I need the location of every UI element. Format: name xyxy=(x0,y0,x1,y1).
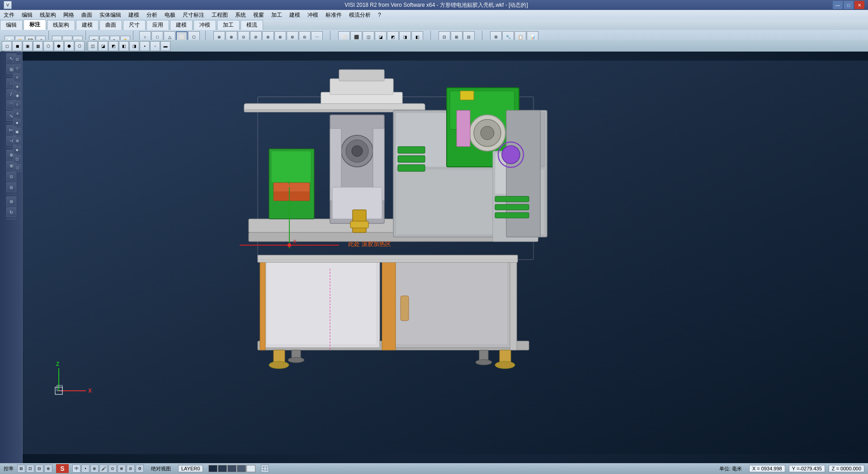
menu-edit[interactable]: 编辑 xyxy=(18,10,36,20)
ime-icon-1[interactable]: 中 xyxy=(72,465,80,473)
tb2-btn-14[interactable]: ▪ xyxy=(140,41,150,51)
filter-button[interactable]: ▽ xyxy=(13,64,21,72)
display-button[interactable]: ◉ xyxy=(13,91,21,100)
tab-dimension[interactable]: 尺寸 xyxy=(123,20,146,30)
tab-apply[interactable]: 应用 xyxy=(146,20,169,30)
tb2-btn-6[interactable]: ⬢ xyxy=(54,41,64,51)
menu-die[interactable]: 冲模 xyxy=(304,10,322,20)
status-icon-2[interactable]: ⊡ xyxy=(26,465,34,473)
swatch-2[interactable] xyxy=(218,465,227,472)
move-button[interactable]: ⊘ xyxy=(6,182,16,192)
ime-icon-6[interactable]: ⊗ xyxy=(118,465,126,473)
tab-model[interactable]: 建模 xyxy=(170,20,193,30)
menu-modeling[interactable]: 建模 xyxy=(286,10,304,20)
menu-wireframe[interactable]: 线架构 xyxy=(36,10,60,20)
svg-point-53 xyxy=(269,361,289,369)
material-button[interactable]: ■ xyxy=(13,118,21,127)
tb2-btn-16[interactable]: ▬ xyxy=(160,41,170,51)
solid-button[interactable]: ■ xyxy=(13,146,21,154)
edge-button[interactable]: ⬡ xyxy=(13,164,21,172)
svg-point-68 xyxy=(502,146,520,164)
close-button[interactable]: ✕ xyxy=(854,1,864,9)
tb2-btn-12[interactable]: ◧ xyxy=(119,41,129,51)
layer-button[interactable]: ≡ xyxy=(13,73,21,81)
svg-rect-44 xyxy=(460,91,474,100)
minimize-button[interactable]: — xyxy=(833,1,843,9)
swatch-3[interactable] xyxy=(227,465,236,472)
menu-view[interactable]: 视窗 xyxy=(250,10,268,20)
render-button[interactable]: ◊ xyxy=(13,100,21,109)
tb2-btn-10[interactable]: ◪ xyxy=(98,41,108,51)
tb2-btn-1[interactable]: ◻ xyxy=(2,41,12,51)
menu-surface[interactable]: 曲面 xyxy=(78,10,96,20)
menu-dimension[interactable]: 尺寸标注 xyxy=(179,10,208,20)
light-button[interactable]: ☀ xyxy=(13,109,21,118)
tb2-btn-7[interactable]: ⬣ xyxy=(64,41,74,51)
tabbar: 编辑 标注 线架构 建模 曲面 尺寸 应用 建模 冲模 加工 模流 xyxy=(0,20,868,30)
tab-moldflow[interactable]: 模流 xyxy=(241,20,263,30)
menu-standard[interactable]: 标准件 xyxy=(322,10,345,20)
tab-wireframe[interactable]: 线架构 xyxy=(47,20,75,30)
copy-button[interactable]: ⊙ xyxy=(6,171,16,181)
status-icon-1[interactable]: ⊞ xyxy=(17,465,25,473)
status-icon-4[interactable]: ⊕ xyxy=(44,465,52,473)
titlebar: V VISI 2018 R2 from Vero Software x64 - … xyxy=(0,0,868,10)
tb2-btn-9[interactable]: ◫ xyxy=(88,41,98,51)
color-swatches xyxy=(208,465,255,472)
svg-text:X: X xyxy=(293,239,297,245)
tab-machining[interactable]: 加工 xyxy=(217,20,240,30)
3d-viewport[interactable]: 此处 滚胶加热区 X Y xyxy=(23,52,868,463)
svg-rect-9 xyxy=(510,260,517,350)
menu-analysis[interactable]: 分析 xyxy=(143,10,161,20)
svg-point-55 xyxy=(288,357,304,363)
svg-rect-3 xyxy=(267,262,377,345)
tb2-btn-2[interactable]: ◼ xyxy=(12,41,22,51)
menu-moldflow[interactable]: 模流分析 xyxy=(345,10,374,20)
tb2-btn-5[interactable]: ⬡ xyxy=(43,41,53,51)
fullscreen-icon[interactable]: ⛶ xyxy=(261,465,269,473)
left-toolbar: ↖ ⊞ · / ⌒ ∿ ⊢ ⊣ ⊕ ⊗ ⊙ ⊘ ⊚ ↻ ⊡ ▽ ≡ ◈ ◉ ◊ … xyxy=(0,52,23,463)
texture-button[interactable]: ▣ xyxy=(13,128,21,136)
menu-machining[interactable]: 加工 xyxy=(268,10,286,20)
svg-text:Z: Z xyxy=(56,361,59,367)
tab-annotation[interactable]: 标注 xyxy=(24,19,46,30)
surface-btn[interactable]: ◫ xyxy=(13,155,21,163)
menu-solidedit[interactable]: 实体编辑 xyxy=(96,10,125,20)
ime-icon-5[interactable]: ⊙ xyxy=(108,465,117,473)
revolve-button[interactable]: ↻ xyxy=(6,207,16,217)
extrude-button[interactable]: ⊚ xyxy=(6,196,16,206)
tb2-btn-11[interactable]: ◩ xyxy=(108,41,118,51)
wire-button[interactable]: ⊞ xyxy=(13,137,21,145)
tab-edit[interactable]: 编辑 xyxy=(0,20,23,30)
ime-icon-4[interactable]: 🎤 xyxy=(99,465,108,473)
tab-surface[interactable]: 曲面 xyxy=(99,20,122,30)
tab-build[interactable]: 建模 xyxy=(76,20,99,30)
snap-button[interactable]: ⊡ xyxy=(13,55,21,63)
ime-icon-7[interactable]: ⊘ xyxy=(127,465,135,473)
svg-rect-38 xyxy=(398,165,425,171)
swatch-4[interactable] xyxy=(237,465,246,472)
menu-build[interactable]: 建模 xyxy=(125,10,143,20)
tb2-btn-15[interactable]: ▫ xyxy=(150,41,160,51)
ime-icon-8[interactable]: ⚙ xyxy=(136,465,144,473)
menu-system[interactable]: 系统 xyxy=(231,10,250,20)
swatch-5[interactable] xyxy=(246,465,255,472)
svg-rect-37 xyxy=(398,156,425,162)
tb2-btn-4[interactable]: ▦ xyxy=(33,41,43,51)
ime-icon-3[interactable]: ⊕ xyxy=(90,465,99,473)
tb2-btn-13[interactable]: ◨ xyxy=(129,41,139,51)
menu-drawing[interactable]: 工程图 xyxy=(208,10,231,20)
tb2-btn-8[interactable]: ⎔ xyxy=(75,41,85,51)
status-icon-3[interactable]: ⊟ xyxy=(35,465,43,473)
menu-help[interactable]: ? xyxy=(374,11,385,19)
swatch-1[interactable] xyxy=(208,465,217,472)
ime-icon-2[interactable]: • xyxy=(81,465,90,473)
menu-file[interactable]: 文件 xyxy=(0,10,18,20)
maximize-button[interactable]: □ xyxy=(844,1,854,9)
menu-grid[interactable]: 网格 xyxy=(60,10,78,20)
color-button[interactable]: ◈ xyxy=(13,82,21,90)
tab-die[interactable]: 冲模 xyxy=(193,20,216,30)
menu-electrode[interactable]: 电极 xyxy=(161,10,179,20)
tb2-btn-3[interactable]: ▣ xyxy=(23,41,33,51)
svg-rect-66 xyxy=(457,110,470,147)
